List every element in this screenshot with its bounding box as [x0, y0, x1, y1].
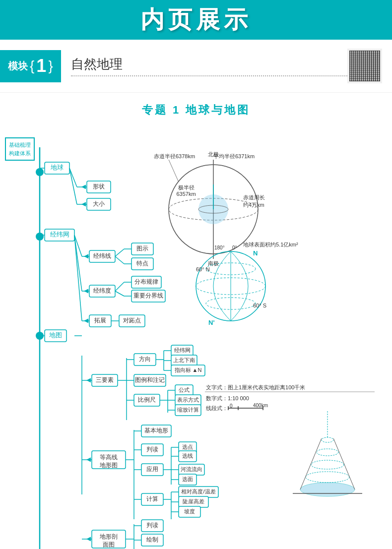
svg-text:经纬度: 经纬度	[93, 287, 111, 294]
svg-text:图示: 图示	[136, 245, 148, 252]
svg-rect-15	[372, 67, 374, 69]
svg-text:指向标 ▲N: 指向标 ▲N	[174, 367, 202, 373]
svg-point-24	[36, 168, 44, 176]
svg-text:河流流向: 河流流向	[181, 466, 202, 472]
svg-rect-20	[375, 73, 377, 75]
svg-rect-18	[369, 73, 371, 75]
svg-point-224	[317, 449, 338, 456]
svg-text:约4万km: 约4万km	[243, 202, 264, 208]
svg-text:绘制: 绘制	[146, 536, 158, 543]
svg-point-223	[311, 460, 344, 469]
left-label-box: 基础梳理 构建体系	[5, 137, 35, 161]
module-tag: 模块 { 1 }	[0, 50, 61, 82]
svg-text:◀: ◀	[84, 317, 89, 324]
svg-line-50	[115, 249, 124, 256]
svg-text:拓展: 拓展	[94, 317, 106, 324]
svg-text:◀: ◀	[86, 535, 91, 542]
svg-text:选线: 选线	[182, 453, 193, 459]
svg-text:180°: 180°	[214, 245, 225, 250]
svg-text:平均半径6371km: 平均半径6371km	[213, 153, 255, 159]
svg-text:数字式：1:10 000: 数字式：1:10 000	[206, 395, 249, 401]
svg-text:◀: ◀	[86, 376, 91, 383]
svg-text:判读: 判读	[146, 522, 158, 529]
svg-text:公式: 公式	[179, 387, 190, 393]
svg-text:◀: ◀	[86, 456, 91, 463]
svg-text:地球表面积约5.1亿km²: 地球表面积约5.1亿km²	[243, 242, 298, 247]
svg-text:陡崖高差: 陡崖高差	[183, 498, 204, 504]
svg-text:等高线: 等高线	[100, 454, 118, 461]
svg-text:400km: 400km	[253, 403, 268, 408]
svg-text:三要素: 三要素	[96, 376, 114, 383]
module-number: 1	[36, 56, 46, 76]
svg-line-54	[115, 256, 124, 264]
svg-text:上北下南: 上北下南	[173, 357, 195, 363]
header-title: 内页展示	[140, 4, 252, 36]
svg-text:地形图: 地形图	[99, 462, 118, 469]
svg-text:地图: 地图	[49, 331, 62, 339]
svg-text:分布规律: 分布规律	[134, 278, 158, 285]
svg-text:线段式：: 线段式：	[206, 405, 228, 411]
svg-text:判读: 判读	[146, 446, 158, 453]
svg-text:◀: ◀	[84, 252, 89, 259]
svg-line-37	[69, 168, 77, 204]
svg-rect-11	[353, 72, 359, 77]
svg-text:特点: 特点	[136, 260, 148, 267]
svg-text:60° N: 60° N	[196, 266, 210, 272]
svg-text:南极: 南极	[208, 260, 219, 266]
svg-text:经纬网: 经纬网	[174, 347, 191, 353]
svg-rect-13	[366, 67, 368, 69]
module-label: 模块	[8, 60, 28, 73]
svg-rect-16	[366, 70, 368, 72]
svg-rect-0	[347, 49, 382, 83]
earth-label: 地球	[50, 164, 64, 171]
svg-text:选点: 选点	[182, 444, 193, 450]
svg-text:对跖点: 对跖点	[123, 317, 141, 324]
section-title: 专题 1 地球与地图	[0, 103, 392, 118]
svg-point-222	[306, 472, 349, 483]
svg-rect-22	[378, 79, 380, 81]
svg-text:比例尺: 比例尺	[138, 396, 156, 403]
svg-text:选面: 选面	[182, 476, 193, 482]
svg-text:经纬网: 经纬网	[50, 231, 69, 238]
svg-text:坡度: 坡度	[184, 508, 195, 514]
header: 内页展示	[0, 0, 392, 40]
svg-text:经纬线: 经纬线	[93, 252, 111, 259]
svg-text:图例和注记: 图例和注记	[135, 376, 165, 383]
svg-text:60° S: 60° S	[253, 303, 266, 308]
svg-line-32	[69, 168, 77, 187]
svg-text:◀: ◀	[84, 287, 89, 294]
svg-line-227	[333, 438, 355, 489]
svg-point-221	[300, 483, 355, 496]
main-diagram: 基础梳理 构建体系 地球	[0, 122, 392, 549]
bracket-left: {	[30, 58, 34, 74]
svg-point-225	[322, 437, 333, 442]
svg-text:文字式：图上1厘米代表实地距离100千米: 文字式：图上1厘米代表实地距离100千米	[206, 384, 305, 390]
svg-rect-4	[354, 56, 358, 59]
svg-rect-10	[352, 70, 360, 79]
svg-text:重要分界线: 重要分界线	[133, 292, 163, 299]
bracket-right: }	[48, 58, 53, 74]
svg-line-67	[115, 291, 124, 296]
svg-rect-8	[372, 56, 375, 59]
svg-text:方向: 方向	[139, 356, 151, 363]
svg-rect-9	[350, 68, 362, 81]
svg-rect-12	[354, 73, 358, 76]
svg-rect-19	[372, 76, 374, 78]
module-title: 自然地理	[71, 56, 347, 76]
svg-text:0: 0	[230, 403, 233, 409]
svg-text:◀: ◀	[81, 183, 86, 190]
left-label-line1: 基础梳理	[9, 141, 31, 149]
svg-text:赤道半径6378km: 赤道半径6378km	[154, 153, 195, 159]
svg-text:应用: 应用	[146, 466, 158, 473]
svg-text:0°: 0°	[232, 245, 237, 250]
svg-rect-6	[369, 53, 378, 61]
module-banner: 模块 { 1 } 自然地理	[0, 40, 392, 93]
left-label-line2: 构建体系	[9, 149, 31, 158]
svg-line-63	[115, 282, 124, 291]
svg-text:6357km: 6357km	[176, 191, 196, 197]
content: 模块 { 1 } 自然地理	[0, 40, 392, 549]
svg-point-25	[36, 233, 44, 241]
svg-text:表示方式: 表示方式	[177, 397, 199, 403]
svg-text:计算: 计算	[146, 495, 158, 502]
svg-rect-7	[371, 55, 376, 60]
